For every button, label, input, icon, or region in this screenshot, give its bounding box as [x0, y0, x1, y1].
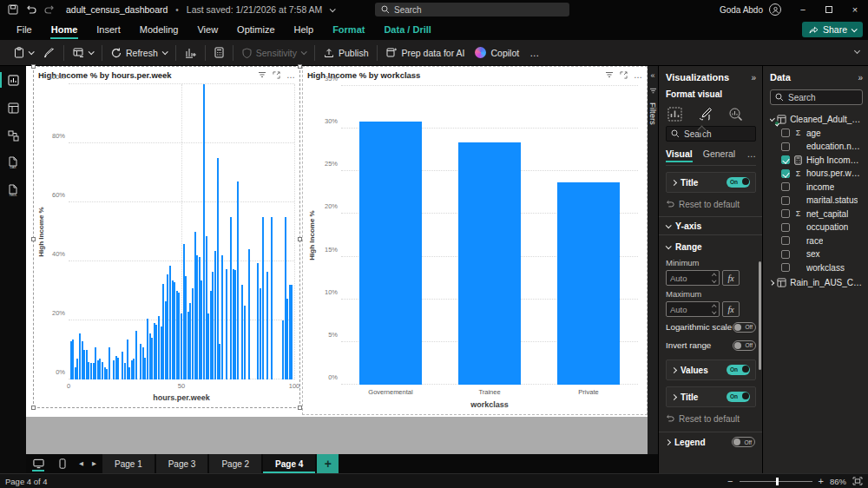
- maximum-input[interactable]: Auto: [666, 301, 720, 317]
- new-measure-button[interactable]: [209, 43, 229, 63]
- field-row[interactable]: workclass: [770, 261, 863, 275]
- hours-bar[interactable]: [262, 217, 264, 379]
- paste-button[interactable]: [9, 43, 38, 63]
- hours-bar[interactable]: [135, 331, 137, 379]
- resize-handle[interactable]: [31, 237, 36, 241]
- menu-help[interactable]: Help: [285, 19, 324, 40]
- focus-mode-icon[interactable]: [273, 71, 280, 79]
- hours-bar[interactable]: [266, 272, 268, 379]
- hours-bar[interactable]: [271, 217, 273, 379]
- stepper-icon[interactable]: [713, 306, 716, 313]
- hours-bar[interactable]: [226, 269, 227, 380]
- close-button[interactable]: ×: [842, 0, 868, 19]
- field-row[interactable]: Σhours.per.week: [770, 167, 863, 181]
- filters-pane-collapsed[interactable]: « Filters: [648, 66, 658, 454]
- filter-icon[interactable]: [258, 71, 266, 79]
- tab-general[interactable]: General: [703, 148, 735, 162]
- zoom-slider[interactable]: [740, 481, 812, 482]
- format-pane-scrollbar[interactable]: [759, 261, 761, 370]
- menu-data-drill[interactable]: Data / Drill: [374, 19, 440, 40]
- stepper-icon[interactable]: [713, 274, 716, 281]
- menu-view[interactable]: View: [187, 19, 227, 40]
- redo-icon[interactable]: [44, 5, 55, 15]
- values-card[interactable]: Values On: [666, 359, 756, 380]
- menu-optimize[interactable]: Optimize: [227, 19, 284, 40]
- publish-button[interactable]: Publish: [319, 43, 373, 63]
- fit-to-page-icon[interactable]: [852, 477, 863, 485]
- mobile-layout-button[interactable]: [50, 454, 75, 473]
- page-tab-page-3[interactable]: Page 3: [156, 454, 208, 473]
- field-checkbox[interactable]: [781, 182, 790, 191]
- zoom-slider-thumb[interactable]: [776, 478, 779, 485]
- analytics-tab[interactable]: [727, 105, 745, 123]
- field-checkbox[interactable]: [781, 250, 790, 259]
- expand-filters-icon[interactable]: «: [650, 71, 654, 80]
- get-data-button[interactable]: [68, 43, 98, 63]
- add-page-button[interactable]: +: [317, 454, 339, 473]
- filter-icon[interactable]: [605, 71, 614, 79]
- table-row-rain-in-aus[interactable]: Rain_in_AUS_Cleaned: [770, 276, 863, 290]
- hours-bar[interactable]: [248, 249, 250, 379]
- legend-toggle[interactable]: Off: [732, 437, 755, 447]
- field-checkbox[interactable]: [781, 263, 790, 272]
- maximum-fx-button[interactable]: fx: [722, 301, 740, 317]
- refresh-button[interactable]: Refresh: [106, 43, 172, 63]
- table-row-cleaned-adult-income[interactable]: Cleaned_Adult_Incom...: [770, 113, 863, 127]
- minimum-input[interactable]: Auto: [666, 270, 720, 286]
- minimize-button[interactable]: −: [790, 0, 816, 19]
- model-view-button[interactable]: [0, 122, 26, 149]
- hours-bar[interactable]: [244, 306, 246, 379]
- page-tab-page-2[interactable]: Page 2: [209, 454, 261, 473]
- field-row[interactable]: sex: [770, 247, 863, 261]
- range-subsection[interactable]: Range: [666, 239, 756, 254]
- values-toggle[interactable]: On: [727, 365, 750, 375]
- global-search-input[interactable]: Search: [375, 3, 569, 16]
- workclass-bar[interactable]: [458, 142, 522, 385]
- copilot-button[interactable]: Copilot: [470, 43, 524, 63]
- format-tabs-more-icon[interactable]: …: [747, 148, 757, 162]
- resize-handle[interactable]: [31, 406, 36, 410]
- field-row[interactable]: Σnet_capital: [770, 208, 863, 221]
- maximize-button[interactable]: [816, 0, 842, 19]
- build-visual-tab[interactable]: [666, 105, 684, 123]
- hours-bar[interactable]: [117, 358, 119, 380]
- account-avatar-icon[interactable]: [769, 3, 781, 16]
- title-toggle[interactable]: On: [727, 177, 750, 188]
- field-row[interactable]: occupation: [770, 221, 863, 234]
- format-painter-button[interactable]: [38, 43, 60, 63]
- field-checkbox[interactable]: [781, 155, 790, 164]
- autosave-chevron-icon[interactable]: [330, 6, 336, 12]
- format-visual-tab[interactable]: [696, 105, 714, 123]
- reset-to-default-button[interactable]: Reset to default: [666, 195, 756, 213]
- share-button[interactable]: Share: [802, 22, 863, 37]
- more-options-icon[interactable]: …: [634, 70, 643, 80]
- previous-page-icon[interactable]: ◀: [75, 454, 88, 473]
- hours-bar[interactable]: [237, 181, 239, 379]
- workclass-bar[interactable]: [557, 182, 621, 385]
- toolbar-more-button[interactable]: …: [524, 43, 545, 63]
- field-checkbox[interactable]: [781, 209, 790, 218]
- hours-bar[interactable]: [221, 255, 223, 379]
- hours-bar[interactable]: [291, 285, 293, 379]
- legend-card[interactable]: Legend Off: [659, 432, 762, 452]
- more-options-icon[interactable]: …: [286, 70, 296, 80]
- hours-chart-visual[interactable]: High Income % by hours.per.week … High I…: [33, 66, 300, 408]
- undo-icon[interactable]: [26, 5, 36, 15]
- data-search-input[interactable]: Search: [770, 89, 863, 105]
- workclass-bar[interactable]: [359, 122, 423, 385]
- format-search-input[interactable]: Search: [666, 126, 756, 142]
- menu-insert[interactable]: Insert: [87, 19, 130, 40]
- field-row[interactable]: Σage: [770, 127, 863, 141]
- next-page-icon[interactable]: ▶: [88, 454, 101, 473]
- minimum-fx-button[interactable]: fx: [722, 270, 740, 286]
- field-checkbox[interactable]: [781, 169, 790, 178]
- save-icon[interactable]: [8, 4, 18, 15]
- reset-to-default-button[interactable]: Reset to default: [666, 410, 756, 427]
- field-checkbox[interactable]: [781, 236, 790, 245]
- desktop-layout-button[interactable]: [26, 454, 50, 473]
- field-row[interactable]: income: [770, 181, 863, 195]
- field-checkbox[interactable]: [781, 223, 790, 232]
- focus-mode-icon[interactable]: [620, 71, 628, 79]
- logarithmic-scale-toggle[interactable]: Off: [733, 322, 756, 333]
- field-row[interactable]: education.num: [770, 140, 863, 154]
